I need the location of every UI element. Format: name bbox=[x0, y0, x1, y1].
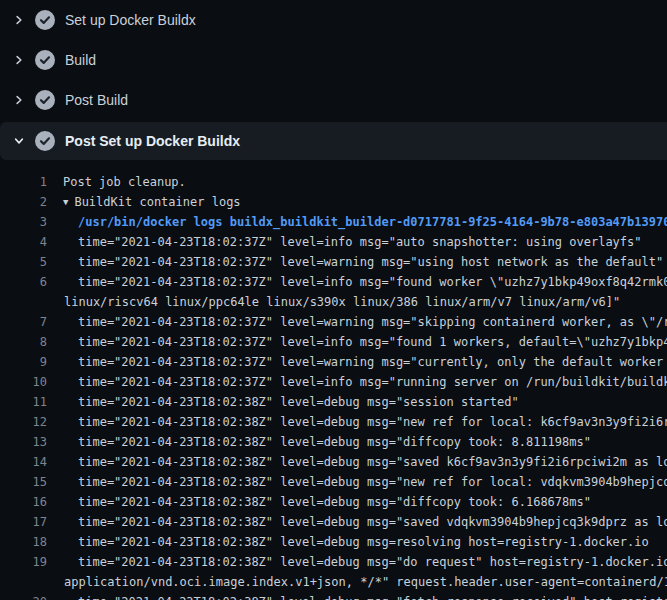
log-line: 2▼BuildKit container logs bbox=[0, 192, 667, 212]
log-text: Post job cleanup. bbox=[47, 172, 667, 192]
line-number[interactable]: 13 bbox=[0, 432, 47, 452]
log-text: time="2021-04-23T18:02:37Z" level=warnin… bbox=[47, 312, 667, 332]
line-number[interactable]: 17 bbox=[0, 512, 47, 532]
log-text: application/vnd.oci.image.index.v1+json,… bbox=[47, 572, 667, 592]
line-number[interactable]: 11 bbox=[0, 392, 47, 412]
step-label: Post Set up Docker Buildx bbox=[65, 133, 240, 149]
log-line: 15time="2021-04-23T18:02:38Z" level=debu… bbox=[0, 472, 667, 492]
check-circle-icon bbox=[35, 90, 55, 110]
step-row-post-build[interactable]: Post Build bbox=[0, 80, 667, 120]
line-number bbox=[0, 572, 47, 592]
log-text: time="2021-04-23T18:02:37Z" level=warnin… bbox=[47, 252, 667, 272]
log-text: time="2021-04-23T18:02:38Z" level=debug … bbox=[47, 532, 667, 552]
line-number[interactable]: 1 bbox=[0, 172, 47, 192]
chevron-right-icon bbox=[12, 13, 26, 27]
log-line-continuation: linux/riscv64 linux/ppc64le linux/s390x … bbox=[0, 292, 667, 312]
log-text: time="2021-04-23T18:02:38Z" level=debug … bbox=[47, 492, 667, 512]
chevron-down-icon bbox=[12, 134, 26, 148]
line-number[interactable]: 15 bbox=[0, 472, 47, 492]
line-number[interactable]: 16 bbox=[0, 492, 47, 512]
check-circle-icon bbox=[35, 131, 55, 151]
log-line: 6time="2021-04-23T18:02:37Z" level=info … bbox=[0, 272, 667, 292]
step-list: Set up Docker BuildxBuildPost BuildPost … bbox=[0, 0, 667, 160]
log-line: 1Post job cleanup. bbox=[0, 172, 667, 192]
line-number[interactable]: 14 bbox=[0, 452, 47, 472]
log-line: 9time="2021-04-23T18:02:37Z" level=warni… bbox=[0, 352, 667, 372]
log-line: 20time="2021-04-23T18:02:38Z" level=debu… bbox=[0, 592, 667, 600]
step-label: Build bbox=[65, 52, 96, 68]
log-text: ▼BuildKit container logs bbox=[47, 192, 667, 212]
log-line: 3/usr/bin/docker logs buildx_buildkit_bu… bbox=[0, 212, 667, 232]
log-line: 13time="2021-04-23T18:02:38Z" level=debu… bbox=[0, 432, 667, 452]
check-circle-icon bbox=[35, 10, 55, 30]
line-number bbox=[0, 292, 47, 312]
log-text: time="2021-04-23T18:02:38Z" level=debug … bbox=[47, 512, 667, 532]
chevron-right-icon bbox=[12, 53, 26, 67]
line-number[interactable]: 18 bbox=[0, 532, 47, 552]
log-line: 10time="2021-04-23T18:02:37Z" level=info… bbox=[0, 372, 667, 392]
step-row-post-set-up-docker-buildx[interactable]: Post Set up Docker Buildx bbox=[0, 122, 667, 160]
log-line: 19time="2021-04-23T18:02:38Z" level=debu… bbox=[0, 552, 667, 572]
line-number[interactable]: 10 bbox=[0, 372, 47, 392]
log-text: /usr/bin/docker logs buildx_buildkit_bui… bbox=[47, 212, 667, 232]
log-text: time="2021-04-23T18:02:37Z" level=warnin… bbox=[47, 352, 667, 372]
check-circle-icon bbox=[35, 50, 55, 70]
group-collapse-caret-icon[interactable]: ▼ bbox=[63, 192, 68, 212]
log-text: time="2021-04-23T18:02:38Z" level=debug … bbox=[47, 412, 667, 432]
step-row-build[interactable]: Build bbox=[0, 40, 667, 80]
line-number[interactable]: 9 bbox=[0, 352, 47, 372]
line-number[interactable]: 7 bbox=[0, 312, 47, 332]
log-text: time="2021-04-23T18:02:38Z" level=debug … bbox=[47, 472, 667, 492]
line-number[interactable]: 19 bbox=[0, 552, 47, 572]
line-number[interactable]: 8 bbox=[0, 332, 47, 352]
log-line: 11time="2021-04-23T18:02:38Z" level=debu… bbox=[0, 392, 667, 412]
chevron-right-icon bbox=[12, 93, 26, 107]
log-text: time="2021-04-23T18:02:38Z" level=debug … bbox=[47, 432, 667, 452]
log-text: time="2021-04-23T18:02:38Z" level=debug … bbox=[47, 392, 667, 412]
log-line: 5time="2021-04-23T18:02:37Z" level=warni… bbox=[0, 252, 667, 272]
log-line: 12time="2021-04-23T18:02:38Z" level=debu… bbox=[0, 412, 667, 432]
line-number[interactable]: 2 bbox=[0, 192, 47, 212]
line-number[interactable]: 5 bbox=[0, 252, 47, 272]
log-area: 1Post job cleanup.2▼BuildKit container l… bbox=[0, 160, 667, 600]
log-line: 17time="2021-04-23T18:02:38Z" level=debu… bbox=[0, 512, 667, 532]
log-text: time="2021-04-23T18:02:37Z" level=info m… bbox=[47, 332, 667, 352]
log-line: 7time="2021-04-23T18:02:37Z" level=warni… bbox=[0, 312, 667, 332]
log-line: 8time="2021-04-23T18:02:37Z" level=info … bbox=[0, 332, 667, 352]
log-line: 4time="2021-04-23T18:02:37Z" level=info … bbox=[0, 232, 667, 252]
line-number[interactable]: 3 bbox=[0, 212, 47, 232]
log-text: time="2021-04-23T18:02:37Z" level=info m… bbox=[47, 232, 667, 252]
log-line-continuation: application/vnd.oci.image.index.v1+json,… bbox=[0, 572, 667, 592]
log-text: time="2021-04-23T18:02:38Z" level=debug … bbox=[47, 452, 667, 472]
log-text: linux/riscv64 linux/ppc64le linux/s390x … bbox=[47, 292, 667, 312]
line-number[interactable]: 20 bbox=[0, 592, 47, 600]
line-number[interactable]: 12 bbox=[0, 412, 47, 432]
line-number[interactable]: 4 bbox=[0, 232, 47, 252]
step-row-set-up-docker-buildx[interactable]: Set up Docker Buildx bbox=[0, 0, 667, 40]
log-line: 18time="2021-04-23T18:02:38Z" level=debu… bbox=[0, 532, 667, 552]
log-line: 14time="2021-04-23T18:02:38Z" level=debu… bbox=[0, 452, 667, 472]
group-label[interactable]: BuildKit container logs bbox=[74, 195, 240, 209]
line-number[interactable]: 6 bbox=[0, 272, 47, 292]
log-text: time="2021-04-23T18:02:38Z" level=debug … bbox=[47, 552, 667, 572]
log-line: 16time="2021-04-23T18:02:38Z" level=debu… bbox=[0, 492, 667, 512]
step-label: Set up Docker Buildx bbox=[65, 12, 196, 28]
log-text: time="2021-04-23T18:02:37Z" level=info m… bbox=[47, 272, 667, 292]
step-label: Post Build bbox=[65, 92, 128, 108]
log-text: time="2021-04-23T18:02:37Z" level=info m… bbox=[47, 372, 667, 392]
log-text: time="2021-04-23T18:02:38Z" level=debug … bbox=[47, 592, 667, 600]
